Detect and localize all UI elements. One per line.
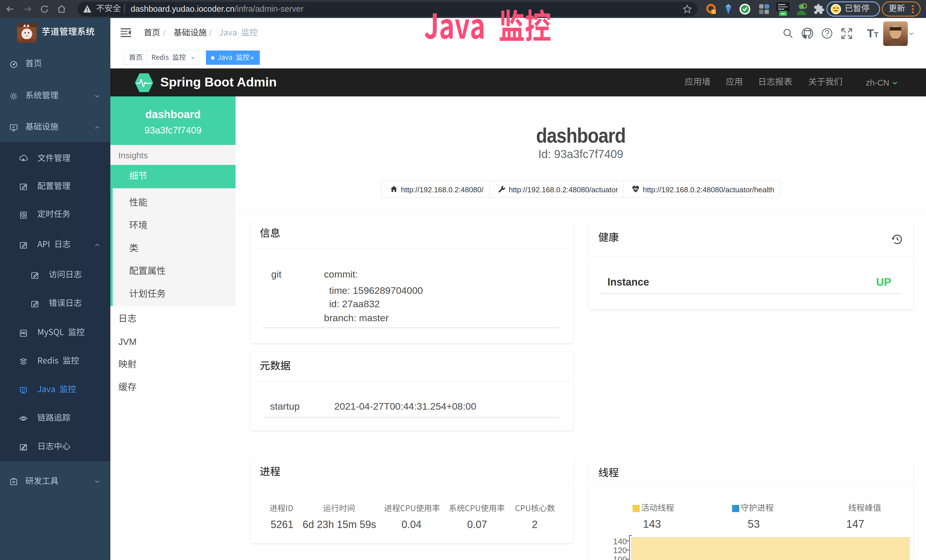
svg-text:on: on bbox=[781, 11, 785, 16]
svg-text:1: 1 bbox=[713, 10, 714, 14]
